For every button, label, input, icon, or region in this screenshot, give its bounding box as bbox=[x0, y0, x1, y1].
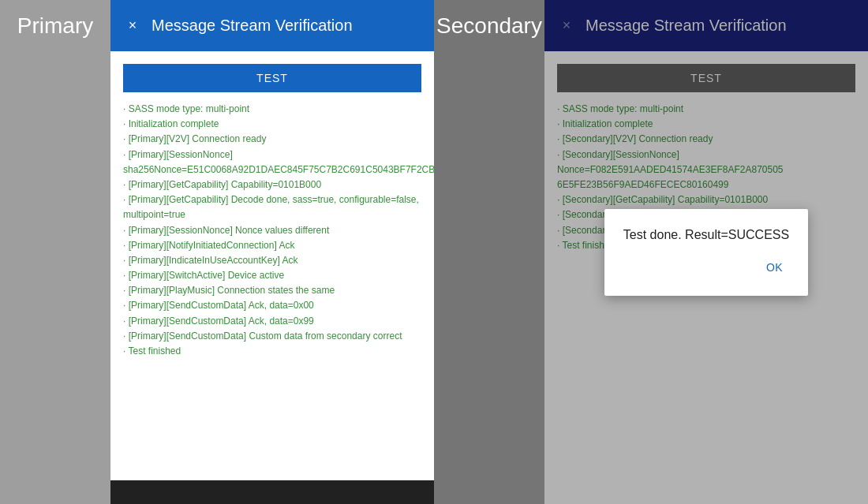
result-overlay: Test done. Result=SUCCESS OK bbox=[544, 0, 868, 504]
log-line: · [Primary][SendCustomData] Ack, data=0x… bbox=[123, 298, 421, 313]
log-line: · [Primary][GetCapability] Capability=01… bbox=[123, 177, 421, 192]
log-line: · [Primary][PlayMusic] Connection states… bbox=[123, 283, 421, 298]
result-dialog: Test done. Result=SUCCESS OK bbox=[604, 209, 808, 296]
right-dialog: × Message Stream Verification TEST · SAS… bbox=[544, 0, 868, 504]
left-dialog-body: TEST · SASS mode type: multi-point· Init… bbox=[110, 51, 434, 504]
log-line: · [Primary][SendCustomData] Custom data … bbox=[123, 329, 421, 344]
secondary-label: Secondary bbox=[434, 0, 544, 51]
left-panel: Primary × Message Stream Verification TE… bbox=[0, 0, 434, 504]
log-line: · [Primary][GetCapability] Decode done, … bbox=[123, 192, 421, 222]
result-actions: OK bbox=[623, 258, 789, 277]
log-line: · [Primary][IndicateInUseAccountKey] Ack bbox=[123, 253, 421, 268]
log-line: · Initialization complete bbox=[123, 117, 421, 132]
left-dialog: × Message Stream Verification TEST · SAS… bbox=[110, 0, 434, 504]
primary-label: Primary bbox=[0, 0, 110, 51]
log-line: · [Primary][NotifyInitiatedConnection] A… bbox=[123, 238, 421, 253]
log-line: · SASS mode type: multi-point bbox=[123, 102, 421, 117]
log-line: · [Primary][SwitchActive] Device active bbox=[123, 268, 421, 283]
left-dialog-title: Message Stream Verification bbox=[152, 17, 353, 35]
left-log-area: · SASS mode type: multi-point· Initializ… bbox=[123, 102, 421, 359]
result-text: Test done. Result=SUCCESS bbox=[623, 228, 789, 242]
left-dialog-header: × Message Stream Verification bbox=[110, 0, 434, 51]
left-bottom-bar bbox=[110, 480, 434, 504]
log-line: · [Primary][SessionNonce] sha256Nonce=E5… bbox=[123, 147, 421, 177]
log-line: · [Primary][SessionNonce] Nonce values d… bbox=[123, 223, 421, 238]
log-line: · [Primary][SendCustomData] Ack, data=0x… bbox=[123, 314, 421, 329]
ok-button[interactable]: OK bbox=[760, 258, 789, 277]
left-test-button[interactable]: TEST bbox=[123, 64, 421, 92]
right-panel: Secondary × Message Stream Verification … bbox=[434, 0, 868, 504]
log-line: · [Primary][V2V] Connection ready bbox=[123, 132, 421, 147]
left-close-button[interactable]: × bbox=[123, 17, 142, 35]
log-line: · Test finished bbox=[123, 344, 421, 359]
